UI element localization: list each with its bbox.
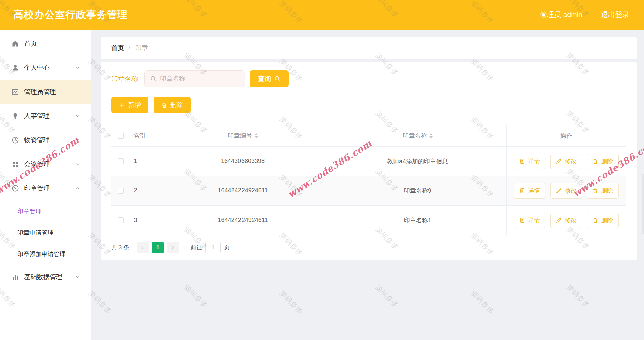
trash-icon [592,217,598,223]
chevron-down-icon [75,137,80,143]
sidebar-item-meeting-management[interactable]: 会议管理 [0,152,91,176]
add-button[interactable]: 新增 [111,97,148,113]
cell-seal-name: 印章名称1 [329,206,506,235]
edit-button[interactable]: 修改 [550,154,582,169]
sidebar-item-home[interactable]: 首页 [0,32,91,56]
sidebar-item-label: 人事管理 [24,112,50,120]
col-header-operations: 操作 [506,125,626,147]
sidebar: 首页 个人中心 管理员管理 人事管理 物资管理 会议管理 [0,30,91,340]
chevron-down-icon [75,274,80,280]
trash-icon [592,158,598,164]
goto-suffix-label: 页 [224,244,230,251]
grid-icon [11,160,19,168]
delete-row-button[interactable]: 删除 [587,154,619,169]
pencil-icon [556,217,562,223]
breadcrumb-current: 印章 [135,44,148,52]
row-checkbox[interactable] [118,158,124,164]
row-checkbox[interactable] [118,217,124,223]
table-header-row: 索引 印章编号 印章名称 操作 [111,125,626,147]
trash-icon [161,102,167,108]
current-user-label: 管理员 admin [540,10,582,19]
user-icon [11,64,19,72]
sidebar-item-label: 物资管理 [24,136,50,145]
chevron-down-icon [75,162,80,167]
query-button[interactable]: 查询 [250,70,289,87]
col-header-index: 索引 [130,125,157,147]
sort-caret-icon[interactable] [429,133,433,138]
sidebar-item-material-management[interactable]: 物资管理 [0,128,91,152]
logout-link[interactable]: 退出登录 [601,10,629,19]
page-number-button[interactable]: 1 [152,242,164,253]
sidebar-item-label: 首页 [24,39,37,48]
detail-button[interactable]: 详情 [514,183,545,199]
sidebar-item-seal-management[interactable]: 印章管理 [0,176,91,201]
document-icon [519,188,525,194]
sidebar-subitem-seal-management[interactable]: 印章管理 [0,201,91,222]
select-all-checkbox[interactable] [118,133,124,139]
next-page-button[interactable] [167,242,179,253]
search-icon [150,75,157,82]
clock-icon [11,136,19,144]
sidebar-subitem-seal-apply-management[interactable]: 印章申请管理 [0,222,91,243]
col-header-seal-name[interactable]: 印章名称 [329,125,506,147]
home-icon [11,40,19,48]
row-checkbox[interactable] [118,188,124,194]
delete-button[interactable]: 删除 [154,97,191,113]
cell-index: 1 [130,147,157,176]
chevron-left-icon [140,245,145,250]
goto-prefix-label: 前往 [191,244,202,251]
delete-row-button[interactable]: 删除 [587,183,619,199]
chevron-down-icon [75,65,80,70]
seal-name-search-input[interactable] [160,75,239,82]
sidebar-item-label: 管理员管理 [24,88,56,96]
sidebar-item-personal-center[interactable]: 个人中心 [0,56,91,80]
edit-button[interactable]: 修改 [550,213,582,228]
cell-index: 3 [130,206,157,235]
sidebar-item-admin-management[interactable]: 管理员管理 [0,80,91,104]
cell-seal-no: 164424224924611 [157,176,329,206]
content-card: 印章名称 查询 新增 删除 [101,62,637,260]
sidebar-item-basic-data-management[interactable]: 基础数据管理 [0,265,91,289]
cell-operations: 详情 修改 删除 [506,206,626,235]
breadcrumb: 首页 / 印章 [101,37,637,59]
plus-icon [119,102,125,108]
table-row: 3 164424224924611 印章名称1 详情 修改 删除 [111,206,626,235]
cell-seal-name: 教师a4添加的印章信息 [329,147,506,176]
sidebar-item-hr-management[interactable]: 人事管理 [0,104,91,128]
chevron-right-icon [170,245,175,250]
pencil-icon [556,158,562,164]
col-header-seal-no[interactable]: 印章编号 [157,125,329,147]
sidebar-subitem-seal-add-apply-management[interactable]: 印章添加申请管理 [0,243,91,265]
sort-caret-icon[interactable] [255,133,258,138]
prev-page-button[interactable] [137,242,149,253]
breadcrumb-home[interactable]: 首页 [111,44,124,52]
table-row: 1 1644306803398 教师a4添加的印章信息 详情 修改 删除 [111,147,626,176]
edit-button[interactable]: 修改 [550,183,582,199]
document-icon [519,158,525,164]
cell-index: 2 [130,176,157,206]
cell-operations: 详情 修改 删除 [506,147,626,176]
main-content: 首页 / 印章 印章名称 查询 新增 [91,30,644,340]
search-field-label: 印章名称 [111,74,138,83]
scrollbar-thumb[interactable] [642,174,644,234]
chevron-up-icon [75,186,80,191]
pagination: 共 3 条 1 前往 页 [111,242,626,253]
table-row: 2 164424224924611 印章名称9 详情 修改 删除 [111,176,626,206]
app-title: 高校办公室行政事务管理 [13,8,128,22]
seal-name-search-box [144,70,245,87]
detail-button[interactable]: 详情 [514,154,545,169]
chevron-down-icon [75,113,80,119]
breadcrumb-separator: / [129,45,130,51]
bulb-icon [11,112,19,120]
search-icon [274,75,281,82]
goto-page-input[interactable] [205,242,221,253]
gauge-icon [11,184,19,192]
document-icon [519,217,525,223]
pencil-icon [556,188,562,194]
detail-button[interactable]: 详情 [514,213,545,228]
sidebar-item-label: 会议管理 [24,160,50,169]
delete-row-button[interactable]: 删除 [587,213,619,228]
sidebar-item-label: 个人中心 [24,63,50,72]
bars-icon [11,273,19,281]
cell-seal-name: 印章名称9 [329,176,506,206]
